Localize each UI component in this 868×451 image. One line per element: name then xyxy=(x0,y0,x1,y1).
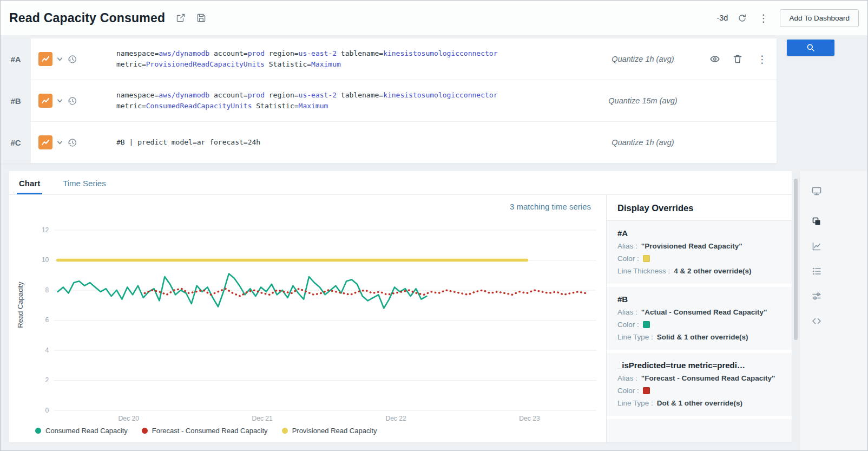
header-controls: -3d ⋮ Add To Dashboard xyxy=(713,9,859,27)
legend-label: Forecast - Consumed Read Capacity xyxy=(152,427,268,435)
tab-time-series[interactable]: Time Series xyxy=(61,179,108,194)
run-search-button[interactable] xyxy=(787,40,834,56)
svg-text:Dec 21: Dec 21 xyxy=(252,415,273,422)
query-text[interactable]: namespace=aws/dynamodb account=prod regi… xyxy=(97,90,581,112)
add-to-dashboard-button[interactable]: Add To Dashboard xyxy=(780,9,859,27)
alias-value: "Actual - Consumed Read Capacity" xyxy=(641,308,767,316)
search-icon xyxy=(806,43,815,52)
quantize-label[interactable]: Quantize 1h (avg) xyxy=(581,138,705,147)
quantize-label[interactable]: Quantize 1h (avg) xyxy=(581,55,705,63)
override-item[interactable]: #A Alias : "Provisioned Read Capacity" C… xyxy=(607,221,792,287)
tab-chart[interactable]: Chart xyxy=(17,179,42,194)
alias-value: "Forecast - Consumed Read Capacity" xyxy=(641,374,775,382)
chevron-down-icon[interactable] xyxy=(57,140,63,145)
color-label: Color : xyxy=(617,387,639,395)
extra-value: Solid & 1 other override(s) xyxy=(657,333,748,341)
axis-settings-icon[interactable] xyxy=(800,284,833,309)
svg-text:2: 2 xyxy=(45,377,49,384)
results-card: ChartTime Series 3 matching time series … xyxy=(9,171,792,442)
time-series-chart[interactable]: 024681012Dec 20Dec 21Dec 22Dec 23 xyxy=(27,212,603,424)
extra-value: 4 & 2 other override(s) xyxy=(674,267,751,275)
legend-dot xyxy=(35,428,41,434)
save-icon[interactable] xyxy=(196,13,206,23)
metrics-query-type-icon[interactable] xyxy=(38,135,52,149)
color-label: Color : xyxy=(617,254,639,263)
alias-label: Alias : xyxy=(617,374,637,382)
row-actions: ⋮ xyxy=(705,54,777,64)
scrollbar-track[interactable] xyxy=(792,171,799,450)
query-text[interactable]: #B | predict model=ar forecast=24h xyxy=(97,137,581,148)
legend-item[interactable]: Provisioned Read Capacity xyxy=(282,427,377,435)
share-export-icon[interactable] xyxy=(176,13,186,23)
override-item[interactable]: #B Alias : "Actual - Consumed Read Capac… xyxy=(607,287,792,353)
chevron-down-icon[interactable] xyxy=(57,57,63,62)
query-history-icon[interactable] xyxy=(67,96,77,106)
y-axis-label: Read Capacity xyxy=(14,212,27,422)
time-range-value: -3d xyxy=(716,14,728,22)
svg-text:Dec 20: Dec 20 xyxy=(119,415,140,422)
page-title: Read Capacity Consumed xyxy=(9,11,165,25)
chart-settings-icon[interactable] xyxy=(800,234,833,259)
chart-plot-area[interactable]: 024681012Dec 20Dec 21Dec 22Dec 23 xyxy=(27,212,603,422)
right-toolbar xyxy=(799,171,867,450)
override-query-id: _isPredicted=true metric=predi… xyxy=(617,361,781,370)
override-color-row: Color : xyxy=(617,254,781,263)
extra-label: Line Type : xyxy=(617,333,653,341)
svg-text:8: 8 xyxy=(45,286,49,294)
legend-dot xyxy=(142,428,148,434)
legend-label: Consumed Read Capacity xyxy=(45,427,128,435)
legend-item[interactable]: Forecast - Consumed Read Capacity xyxy=(142,427,268,435)
legend-list-icon[interactable] xyxy=(800,259,833,284)
color-swatch xyxy=(643,321,650,328)
scrollbar-thumb[interactable] xyxy=(794,179,798,340)
svg-text:6: 6 xyxy=(45,317,49,324)
chart-legend: Consumed Read CapacityForecast - Consume… xyxy=(9,422,606,442)
metrics-query-type-icon[interactable] xyxy=(38,94,52,108)
header: Read Capacity Consumed -3d ⋮ Add To Dash… xyxy=(1,1,867,35)
override-item[interactable]: _isPredicted=true metric=predi… Alias : … xyxy=(607,353,792,419)
code-view-icon[interactable] xyxy=(800,309,833,334)
query-section: #A namespace=aws/dynamodb account=prod r… xyxy=(1,35,867,164)
query-card[interactable]: namespace=aws/dynamodb account=prod regi… xyxy=(31,38,777,80)
override-extra-row: Line Thickness : 4 & 2 other override(s) xyxy=(617,267,781,275)
query-history-icon[interactable] xyxy=(67,54,77,64)
query-row-id: #A xyxy=(1,38,31,80)
alias-label: Alias : xyxy=(617,242,637,250)
refresh-icon[interactable] xyxy=(738,14,747,23)
query-rows: #A namespace=aws/dynamodb account=prod r… xyxy=(1,38,777,164)
time-range-picker[interactable]: -3d xyxy=(713,14,728,22)
tab-bar: ChartTime Series xyxy=(9,171,792,195)
lower-area: ChartTime Series 3 matching time series … xyxy=(1,171,867,450)
override-query-id: #B xyxy=(617,295,781,304)
svg-text:10: 10 xyxy=(42,257,49,264)
override-color-row: Color : xyxy=(617,387,781,395)
color-swatch xyxy=(643,387,650,394)
alias-value: "Provisioned Read Capacity" xyxy=(641,242,742,250)
override-alias-row: Alias : "Actual - Consumed Read Capacity… xyxy=(617,308,781,316)
legend-item[interactable]: Consumed Read Capacity xyxy=(35,427,128,435)
preview-eye-icon[interactable] xyxy=(710,54,720,64)
query-text[interactable]: namespace=aws/dynamodb account=prod regi… xyxy=(97,48,581,70)
query-history-icon[interactable] xyxy=(67,138,77,148)
svg-text:Dec 23: Dec 23 xyxy=(519,415,540,422)
query-menu-icon[interactable]: ⋮ xyxy=(755,54,769,64)
metrics-query-type-icon[interactable] xyxy=(38,52,52,66)
legend-label: Provisioned Read Capacity xyxy=(292,427,377,435)
overrides-list: #A Alias : "Provisioned Read Capacity" C… xyxy=(607,221,792,442)
color-label: Color : xyxy=(617,321,639,329)
display-monitor-icon[interactable] xyxy=(800,179,833,204)
delete-query-icon[interactable] xyxy=(733,54,742,64)
query-card[interactable]: #B | predict model=ar forecast=24h Quant… xyxy=(31,122,777,164)
override-alias-row: Alias : "Provisioned Read Capacity" xyxy=(617,242,781,250)
extra-label: Line Thickness : xyxy=(617,267,670,275)
query-row: #B namespace=aws/dynamodb account=prod r… xyxy=(1,80,777,122)
chevron-down-icon[interactable] xyxy=(57,99,63,103)
chart-panel: 3 matching time series Read Capacity 024… xyxy=(9,195,606,442)
quantize-label[interactable]: Quantize 15m (avg) xyxy=(581,96,705,105)
query-card[interactable]: namespace=aws/dynamodb account=prod regi… xyxy=(31,80,777,122)
svg-text:0: 0 xyxy=(45,407,49,414)
overrides-panel-icon[interactable] xyxy=(800,209,833,234)
override-color-row: Color : xyxy=(617,321,781,329)
query-row-id: #B xyxy=(1,80,31,122)
header-menu-icon[interactable]: ⋮ xyxy=(757,13,770,23)
